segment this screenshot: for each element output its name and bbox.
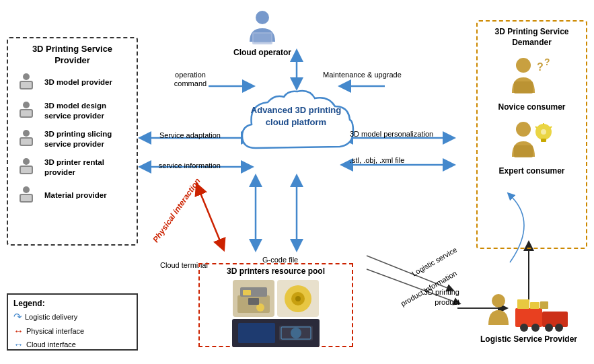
legend-physical-label: Physical interface — [26, 327, 84, 335]
svg-rect-59 — [542, 312, 568, 327]
provider-label-3: 3D printing slicing service provider — [44, 129, 131, 149]
novice-consumer: ? ? Novice consumer — [483, 56, 581, 112]
svg-point-29 — [256, 11, 269, 24]
provider-label-2: 3D model design service provider — [44, 101, 131, 121]
operator-label: Cloud operator — [225, 48, 299, 57]
legend-physical: ↔ Physical interface — [13, 325, 131, 336]
service-provider-title: 3D Printing Service Provider — [13, 44, 131, 67]
service-provider-box: 3D Printing Service Provider 3D model pr… — [7, 37, 138, 246]
svg-rect-41 — [238, 323, 275, 343]
red-arrow-icon: ↔ — [13, 325, 24, 336]
novice-consumer-label: Novice consumer — [483, 102, 581, 112]
operator-icon — [244, 8, 281, 45]
svg-rect-50 — [514, 145, 533, 157]
service-demander-title: 3D Printing Service Demander — [483, 27, 581, 48]
3d-model-personalization-label: 3D model personalization — [350, 130, 447, 139]
printer-image-3 — [232, 319, 320, 347]
legend-cloud: ↔ Cloud interface — [13, 338, 131, 350]
svg-rect-34 — [243, 290, 251, 295]
provider-icon-3 — [13, 129, 39, 150]
service-information-label: service information — [147, 161, 221, 170]
diagram-container: 3D Printing Service Provider 3D model pr… — [0, 0, 594, 364]
svg-point-57 — [492, 294, 505, 307]
svg-rect-16 — [21, 82, 32, 88]
svg-point-26 — [23, 186, 30, 193]
legend-logistic: ↷ Logistic delivery — [13, 311, 131, 323]
logistic-provider-label: Logistic Service Provider — [472, 334, 586, 344]
service-demander-box: 3D Printing Service Demander ? ? Novice … — [476, 20, 587, 249]
resource-pool-label: 3D printers resource pool — [200, 264, 352, 278]
svg-point-61 — [531, 324, 540, 332]
svg-line-55 — [535, 126, 537, 128]
svg-rect-25 — [21, 167, 32, 173]
legend-title: Legend: — [13, 299, 131, 308]
physical-interaction-label: Physical interaction — [151, 176, 202, 244]
cloud-operator: Cloud operator — [225, 8, 299, 57]
printer-image-1 — [233, 280, 274, 317]
logistic-provider-figure — [472, 291, 586, 332]
provider-item-2: 3D model design service provider — [13, 100, 131, 122]
svg-point-62 — [545, 324, 553, 332]
svg-point-63 — [555, 324, 563, 332]
stl-obj-xml-label: .stl, .obj, .xml file — [350, 156, 447, 165]
svg-point-14 — [23, 73, 30, 80]
svg-rect-36 — [248, 298, 259, 305]
logistic-service-provider: Logistic Service Provider — [472, 291, 586, 344]
svg-line-9 — [198, 188, 222, 246]
provider-label-1: 3D model provider — [44, 77, 112, 87]
svg-rect-31 — [254, 34, 271, 42]
provider-item-4: 3D printer rental provider — [13, 157, 131, 178]
service-adaptation-label: Service adaptation — [147, 131, 221, 140]
provider-label-5: Material provider — [44, 190, 107, 201]
svg-rect-22 — [21, 139, 32, 145]
resource-pool-images — [200, 278, 352, 319]
svg-rect-52 — [541, 139, 546, 142]
provider-icon-4 — [13, 157, 39, 178]
expert-consumer-label: Expert consumer — [483, 166, 581, 176]
blue-arrow-icon: ↔ — [13, 338, 24, 350]
svg-rect-28 — [21, 195, 32, 201]
svg-point-60 — [520, 324, 528, 332]
svg-point-20 — [23, 130, 30, 137]
svg-point-43 — [291, 328, 301, 338]
3d-printing-product-label: 3D printing product — [399, 287, 459, 307]
svg-line-54 — [550, 126, 552, 128]
svg-point-45 — [516, 58, 531, 73]
provider-item-3: 3D printing slicing service provider — [13, 129, 131, 150]
svg-point-39 — [295, 296, 301, 301]
svg-point-17 — [23, 102, 30, 108]
svg-point-56 — [541, 129, 546, 135]
svg-text:?: ? — [544, 57, 550, 67]
cloud-platform-text: Advanced 3D printing cloud platform — [229, 104, 363, 129]
curved-arrow-icon: ↷ — [13, 311, 22, 323]
printer-image-2 — [277, 280, 319, 317]
provider-item-5: Material provider — [13, 185, 131, 207]
legend-cloud-label: Cloud interface — [26, 340, 76, 349]
svg-point-49 — [516, 122, 531, 137]
svg-rect-46 — [514, 81, 533, 94]
resource-pool-box: 3D printers resource pool — [198, 263, 353, 347]
svg-rect-64 — [517, 299, 529, 309]
maintenance-label: Maintenance & upgrade — [323, 71, 397, 79]
svg-text:?: ? — [537, 61, 544, 73]
operation-command-label: operation command — [167, 71, 214, 88]
legend-logistic-label: Logistic delivery — [25, 313, 77, 321]
provider-icon-1 — [13, 72, 39, 94]
provider-icon-2 — [13, 100, 39, 122]
svg-rect-65 — [530, 302, 540, 309]
legend-box: Legend: ↷ Logistic delivery ↔ Physical i… — [7, 293, 138, 351]
resource-pool-row2 — [200, 319, 352, 347]
provider-item-1: 3D model provider — [13, 72, 131, 94]
provider-label-4: 3D printer rental provider — [44, 157, 131, 178]
expert-consumer: Expert consumer — [483, 120, 581, 176]
svg-rect-58 — [515, 308, 542, 327]
provider-icon-5 — [13, 185, 39, 207]
svg-rect-66 — [540, 301, 548, 309]
svg-rect-19 — [21, 110, 32, 116]
svg-point-23 — [23, 158, 30, 165]
cloud-shape — [229, 87, 363, 175]
